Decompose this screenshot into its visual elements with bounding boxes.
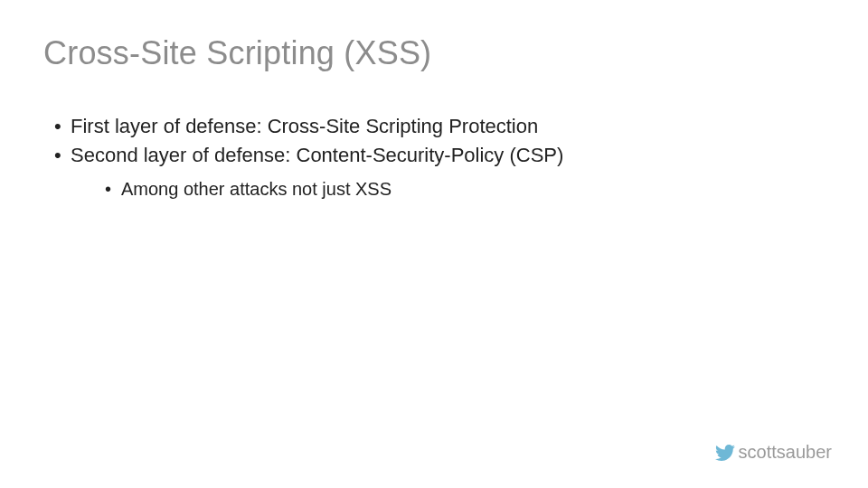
bullet-item: First layer of defense: Cross-Site Scrip… [54, 112, 825, 141]
bullet-list: First layer of defense: Cross-Site Scrip… [43, 112, 825, 202]
twitter-handle: scottsauber [739, 442, 832, 463]
sub-bullet-list: Among other attacks not just XSS [71, 175, 825, 202]
bullet-item: Second layer of defense: Content-Securit… [54, 141, 825, 202]
footer: scottsauber [715, 442, 832, 463]
bullet-text: First layer of defense: Cross-Site Scrip… [71, 115, 538, 137]
sub-bullet-item: Among other attacks not just XSS [105, 175, 825, 202]
twitter-icon [715, 443, 735, 463]
sub-bullet-text: Among other attacks not just XSS [121, 179, 392, 199]
slide: Cross-Site Scripting (XSS) First layer o… [0, 0, 868, 488]
bullet-text: Second layer of defense: Content-Securit… [71, 144, 563, 166]
slide-title: Cross-Site Scripting (XSS) [43, 34, 825, 72]
